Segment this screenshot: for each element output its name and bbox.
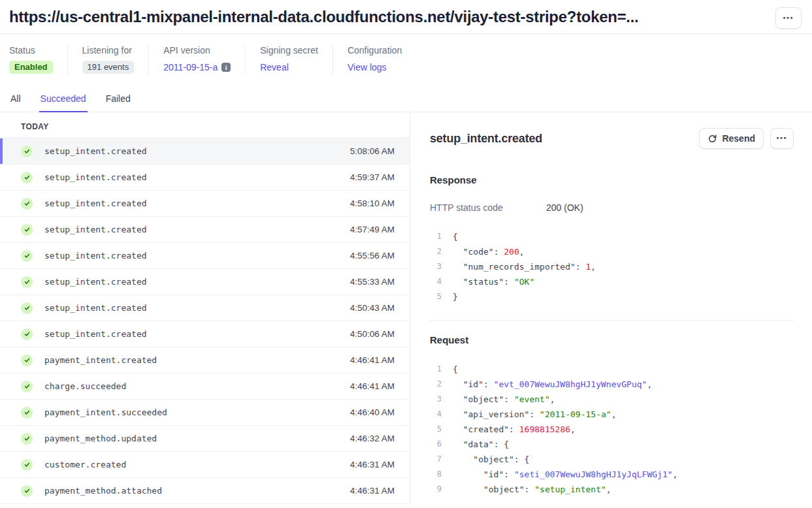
signing-secret-link[interactable]: Reveal <box>260 62 289 72</box>
code-line: 5 "created": 1698815286, <box>430 422 794 437</box>
code-text: "code": 200, <box>453 244 525 259</box>
event-time: 4:46:31 AM <box>350 486 395 496</box>
resend-icon <box>707 134 717 144</box>
event-name: setup_intent.created <box>44 225 147 234</box>
event-name: payment_method.attached <box>44 486 162 496</box>
event-time: 4:46:31 AM <box>350 460 395 469</box>
line-number: 4 <box>430 407 442 422</box>
stat-label: Signing secret <box>260 45 318 56</box>
code-text: } <box>453 289 458 304</box>
list-item[interactable]: setup_intent.created4:55:33 AM <box>0 269 410 295</box>
event-name: setup_intent.created <box>44 198 147 208</box>
ellipsis-icon: ••• <box>783 15 794 22</box>
success-check-icon <box>21 485 33 497</box>
code-line: 3 "num_records_imported": 1, <box>430 259 794 274</box>
stat-status: StatusEnabled <box>9 45 68 74</box>
list-item[interactable]: payment_method.updated4:46:32 AM <box>0 426 410 452</box>
code-line: 8 "id": "seti_007WewuJW8hgHJ1yJqLFWGj1", <box>430 467 794 482</box>
event-time: 4:46:41 AM <box>350 355 395 365</box>
success-check-icon <box>21 433 33 445</box>
event-time: 4:50:06 AM <box>350 329 395 339</box>
event-name: setup_intent.created <box>44 329 147 339</box>
success-check-icon <box>21 459 33 471</box>
success-check-icon <box>21 276 33 288</box>
success-check-icon <box>21 355 33 366</box>
list-item[interactable]: setup_intent.created4:55:56 AM <box>0 243 410 269</box>
event-name: payment_intent.created <box>44 355 157 365</box>
code-line: 2 "id": "evt_007WewuJW8hgHJ1yWnevGPuq", <box>430 377 794 392</box>
stat-value: 191 events <box>82 60 135 74</box>
stat-configuration: ConfigurationView logs <box>348 45 416 74</box>
tab-all[interactable]: All <box>9 89 22 112</box>
code-text: "created": 1698815286, <box>453 422 576 437</box>
event-time: 4:46:40 AM <box>350 407 395 417</box>
success-check-icon <box>21 302 33 314</box>
event-detail-title: setup_intent.created <box>430 132 542 146</box>
list-item[interactable]: setup_intent.created5:08:06 AM <box>0 138 410 165</box>
event-time: 4:55:33 AM <box>350 277 395 287</box>
code-text: { <box>453 362 458 377</box>
code-text: "data": { <box>453 437 509 452</box>
header-overflow-button[interactable]: ••• <box>775 7 802 29</box>
line-number: 5 <box>430 289 442 304</box>
stats-row: StatusEnabledListening for191 eventsAPI … <box>0 34 812 74</box>
event-name: setup_intent.created <box>44 303 147 313</box>
tab-failed[interactable]: Failed <box>105 89 132 112</box>
configuration-link[interactable]: View logs <box>348 62 387 72</box>
list-item[interactable]: setup_intent.created4:50:06 AM <box>0 321 410 347</box>
code-line: 4 "api_version": "2011-09-15-a", <box>430 407 794 422</box>
list-item[interactable]: setup_intent.created4:50:43 AM <box>0 295 410 321</box>
tab-succeeded[interactable]: Succeeded <box>39 89 88 112</box>
code-line: 3 "object": "event", <box>430 392 794 407</box>
line-number: 4 <box>430 274 442 289</box>
code-line: 2 "code": 200, <box>430 244 794 259</box>
list-item[interactable]: payment_method.attached4:46:31 AM <box>0 478 410 504</box>
line-number: 3 <box>430 392 442 407</box>
resend-button-label: Resend <box>722 133 755 144</box>
endpoint-header: https://us-central1-mixpanel-internal-da… <box>0 0 812 34</box>
stat-signing-secret: Signing secretReveal <box>260 45 333 74</box>
event-time: 4:46:41 AM <box>350 381 395 391</box>
response-heading: Response <box>430 174 794 185</box>
event-time: 4:59:37 AM <box>350 172 395 182</box>
info-icon[interactable]: i <box>221 63 231 72</box>
list-item[interactable]: setup_intent.created4:57:49 AM <box>0 217 410 243</box>
event-name: payment_intent.succeeded <box>44 407 167 417</box>
success-check-icon <box>21 172 33 183</box>
success-check-icon <box>21 146 33 157</box>
success-check-icon <box>21 328 33 340</box>
event-time: 4:58:10 AM <box>350 198 395 208</box>
code-line: 6 "data": { <box>430 437 794 452</box>
list-item[interactable]: setup_intent.created4:58:10 AM <box>0 191 410 217</box>
code-text: "id": "seti_007WewuJW8hgHJ1yJqLFWGj1", <box>453 467 677 482</box>
stat-value: Reveal <box>260 60 318 74</box>
event-list-panel: TODAY setup_intent.created5:08:06 AMsetu… <box>0 112 410 505</box>
event-name: payment_method.updated <box>44 434 157 443</box>
success-check-icon <box>21 198 33 210</box>
content-split: TODAY setup_intent.created5:08:06 AMsetu… <box>0 112 812 505</box>
line-number: 7 <box>430 452 442 467</box>
request-code-block: 1{2 "id": "evt_007WewuJW8hgHJ1yWnevGPuq"… <box>430 362 794 497</box>
event-time: 4:55:56 AM <box>350 251 395 261</box>
code-text: "api_version": "2011-09-15-a", <box>453 407 616 422</box>
detail-overflow-button[interactable]: ••• <box>770 128 794 149</box>
list-item[interactable]: payment_intent.succeeded4:46:40 AM <box>0 400 410 426</box>
event-name: setup_intent.created <box>44 146 147 156</box>
success-check-icon <box>21 381 33 392</box>
list-item[interactable]: setup_intent.created4:59:37 AM <box>0 165 410 191</box>
list-item[interactable]: customer.created4:46:31 AM <box>0 452 410 478</box>
event-name: charge.succeeded <box>44 381 126 391</box>
event-name: setup_intent.created <box>44 277 147 287</box>
stat-api-version: API version2011-09-15-ai <box>163 45 246 74</box>
api-version-link[interactable]: 2011-09-15-a <box>163 62 218 72</box>
list-item[interactable]: payment_intent.created4:46:41 AM <box>0 347 410 373</box>
stat-label: API version <box>163 45 231 56</box>
section-divider <box>430 320 794 321</box>
list-item[interactable]: charge.succeeded4:46:41 AM <box>0 373 410 400</box>
request-heading: Request <box>430 334 794 345</box>
resend-button[interactable]: Resend <box>699 128 764 149</box>
event-time: 4:57:49 AM <box>350 225 395 234</box>
code-text: "object": "event", <box>453 392 555 407</box>
code-text: { <box>453 229 458 244</box>
event-name: setup_intent.created <box>44 172 147 182</box>
